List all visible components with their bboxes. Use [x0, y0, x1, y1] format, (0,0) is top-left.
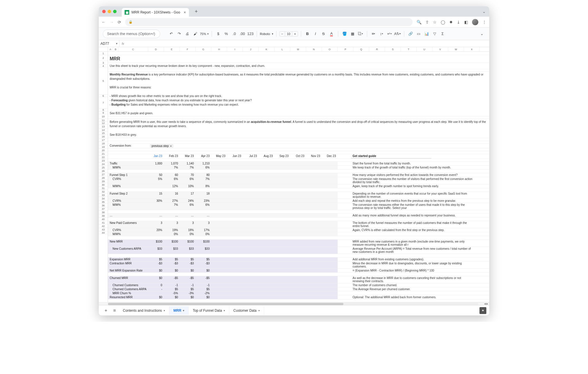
decrease-decimal-button[interactable]: .0: [231, 30, 238, 38]
row-header-37[interactable]: 37: [99, 207, 108, 211]
new-tab-button[interactable]: +: [192, 7, 200, 15]
column-header-O[interactable]: O: [322, 47, 338, 51]
tabs-dropdown-icon[interactable]: ⌄: [482, 9, 486, 14]
search-menus-input[interactable]: Search the menus (Option+/): [103, 30, 160, 38]
functions-button[interactable]: Σ: [439, 30, 446, 38]
row-header-22[interactable]: 22: [99, 156, 108, 159]
row-header-33[interactable]: 33: [99, 193, 108, 197]
row-header-8[interactable]: 8: [99, 108, 108, 111]
row-header-27[interactable]: 27: [99, 173, 108, 176]
horizontal-scrollbar[interactable]: ◀▶: [99, 302, 489, 305]
select-all-corner[interactable]: [99, 47, 108, 52]
column-header-G[interactable]: G: [196, 47, 211, 51]
h-align-button[interactable]: ≡ ▾: [370, 30, 377, 38]
row-header-24[interactable]: 24: [99, 162, 108, 166]
row-header-44[interactable]: 44: [99, 231, 108, 234]
menu-icon[interactable]: ⋮: [482, 20, 486, 24]
increase-font-button[interactable]: +: [292, 32, 297, 36]
row-header-39[interactable]: 39: [99, 214, 108, 218]
zoom-dropdown[interactable]: 75%▾: [200, 32, 209, 36]
comment-button[interactable]: ▭: [415, 30, 422, 38]
close-tab-icon[interactable]: ×: [183, 10, 186, 15]
all-sheets-button[interactable]: ≡: [110, 308, 119, 313]
row-header-36[interactable]: 36: [99, 204, 108, 207]
row-header-34[interactable]: 34: [99, 197, 108, 200]
reload-button[interactable]: ⟳: [118, 20, 121, 24]
row-header-23[interactable]: 23: [99, 159, 108, 162]
bold-button[interactable]: B: [304, 30, 311, 38]
row-header-6[interactable]: 6: [99, 95, 108, 97]
link-button[interactable]: 🔗: [407, 30, 414, 38]
sheet-tab[interactable]: Customer Data▾: [229, 306, 264, 315]
increase-decimal-button[interactable]: .00: [239, 30, 246, 38]
row-header-7[interactable]: 7: [99, 97, 108, 108]
close-window-button[interactable]: [102, 10, 106, 13]
row-header-12[interactable]: 12: [99, 122, 108, 125]
downloads-icon[interactable]: ⤓: [457, 20, 460, 24]
row-header-2[interactable]: 2: [99, 55, 108, 61]
bookmark-icon[interactable]: ☆: [433, 20, 437, 24]
row-header-28[interactable]: 28: [99, 176, 108, 180]
column-header-V[interactable]: V: [432, 47, 448, 51]
column-header-C[interactable]: C: [118, 47, 148, 51]
conversion-from-dropdown[interactable]: previous step▾: [150, 144, 173, 148]
row-header-38[interactable]: 38: [99, 211, 108, 214]
row-header-4[interactable]: 4: [99, 65, 108, 67]
row-header-43[interactable]: 43: [99, 228, 108, 231]
share-icon[interactable]: ⇧: [425, 20, 429, 24]
rotate-button[interactable]: A↻ ▾: [394, 30, 401, 38]
spreadsheet-grid[interactable]: 1234567891011121314151617181920212223242…: [99, 52, 489, 302]
strikethrough-button[interactable]: S: [320, 30, 327, 38]
column-header-R[interactable]: R: [369, 47, 385, 51]
italic-button[interactable]: I: [312, 30, 319, 38]
row-header-26[interactable]: 26: [99, 169, 108, 173]
chart-button[interactable]: 📊: [423, 30, 430, 38]
row-header-19[interactable]: 19: [99, 145, 108, 149]
percent-format-button[interactable]: %: [223, 30, 230, 38]
row-header-42[interactable]: 42: [99, 224, 108, 228]
row-header-11[interactable]: 11: [99, 119, 108, 122]
undo-button[interactable]: ↶: [168, 30, 175, 38]
wrap-button[interactable]: ↵ ▾: [386, 30, 393, 38]
row-header-29[interactable]: 29: [99, 180, 108, 183]
column-header-X[interactable]: X: [464, 47, 480, 51]
row-header-32[interactable]: 32: [99, 190, 108, 193]
explore-button[interactable]: ✦: [479, 307, 486, 314]
sheet-tab[interactable]: Top of Funnel Data▾: [189, 306, 229, 315]
row-header-31[interactable]: 31: [99, 187, 108, 190]
decrease-font-button[interactable]: −: [280, 32, 285, 36]
row-header-25[interactable]: 25: [99, 166, 108, 169]
column-header-I[interactable]: I: [227, 47, 243, 51]
column-header-U[interactable]: U: [417, 47, 432, 51]
column-header-K[interactable]: K: [259, 47, 274, 51]
column-header-H[interactable]: H: [211, 47, 227, 51]
currency-format-button[interactable]: $: [215, 30, 222, 38]
filter-button[interactable]: ▽: [431, 30, 438, 38]
more-formats-button[interactable]: 123: [247, 30, 254, 38]
url-input[interactable]: 🔒: [125, 18, 413, 26]
forward-button[interactable]: →: [110, 20, 114, 24]
browser-tab[interactable]: ▦ MRR Report - 10XSheets - Goo ×: [122, 8, 189, 17]
text-color-button[interactable]: A: [328, 30, 335, 38]
row-header-5[interactable]: 5: [99, 67, 108, 95]
row-header-35[interactable]: 35: [99, 200, 108, 204]
search-icon[interactable]: 🔍: [417, 20, 421, 24]
row-header-40[interactable]: 40: [99, 218, 108, 221]
sheet-tab[interactable]: MRR▾: [169, 306, 189, 315]
extensions-icon[interactable]: ✸: [449, 20, 453, 24]
toolbar-expand-button[interactable]: ⌄: [478, 30, 485, 38]
row-header-21[interactable]: 21: [99, 152, 108, 156]
add-sheet-button[interactable]: +: [102, 308, 110, 313]
column-header-B[interactable]: B: [113, 47, 118, 51]
name-box[interactable]: AD77▾: [99, 40, 119, 47]
back-button[interactable]: ←: [102, 20, 106, 24]
row-header-16[interactable]: 16: [99, 135, 108, 138]
row-header-20[interactable]: 20: [99, 149, 108, 152]
sidepanel-icon[interactable]: ◧: [464, 20, 468, 24]
font-size-value[interactable]: 10: [285, 32, 292, 36]
merge-button[interactable]: ⿻ ▾: [357, 30, 364, 38]
profile-avatar[interactable]: [472, 19, 478, 25]
row-header-30[interactable]: 30: [99, 183, 108, 187]
v-align-button[interactable]: ↕ ▾: [378, 30, 385, 38]
column-header-E[interactable]: E: [164, 47, 180, 51]
